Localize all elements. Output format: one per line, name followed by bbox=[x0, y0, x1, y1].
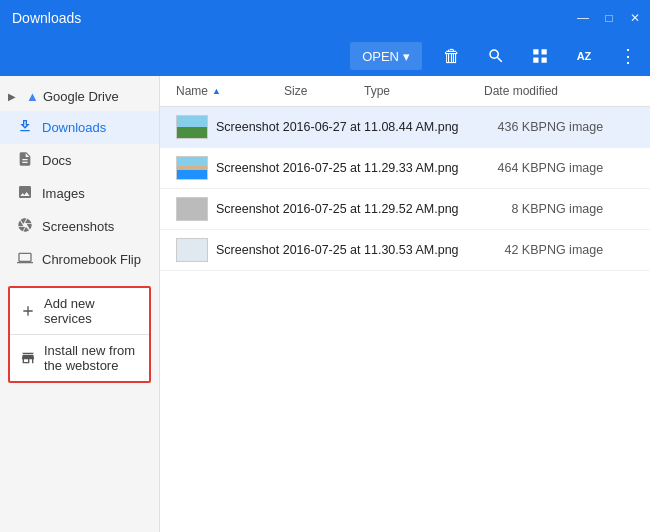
table-row[interactable]: Screenshot 2016-07-25 at 11.29.33 AM.png… bbox=[160, 148, 650, 189]
file-type: PNG image bbox=[539, 120, 650, 134]
table-row[interactable]: Screenshot 2016-07-25 at 11.30.53 AM.png… bbox=[160, 230, 650, 271]
sidebar-item-downloads[interactable]: Downloads bbox=[0, 111, 159, 144]
file-name: Screenshot 2016-07-25 at 11.29.33 AM.png bbox=[216, 161, 459, 175]
file-size: 42 KB bbox=[459, 243, 539, 257]
close-button[interactable]: ✕ bbox=[628, 11, 642, 25]
file-list: Screenshot 2016-06-27 at 11.08.44 AM.png… bbox=[160, 107, 650, 532]
header-size[interactable]: Size bbox=[284, 84, 364, 98]
file-table-header: Name ▲ Size Type Date modified bbox=[160, 76, 650, 107]
sidebar-item-google-drive[interactable]: ▶ ▲ Google Drive bbox=[0, 82, 159, 111]
file-name-cell: Screenshot 2016-07-25 at 11.29.52 AM.png bbox=[176, 197, 459, 221]
delete-button[interactable]: 🗑 bbox=[438, 42, 466, 70]
header-type[interactable]: Type bbox=[364, 84, 484, 98]
sidebar-item-label: Screenshots bbox=[42, 219, 114, 234]
webstore-icon bbox=[20, 350, 36, 366]
file-thumbnail bbox=[176, 238, 208, 262]
file-type: PNG image bbox=[539, 161, 650, 175]
search-button[interactable] bbox=[482, 42, 510, 70]
file-name-cell: Screenshot 2016-06-27 at 11.08.44 AM.png bbox=[176, 115, 459, 139]
sidebar-nav: ▶ ▲ Google Drive Downloads bbox=[0, 80, 159, 278]
header-date[interactable]: Date modified bbox=[484, 84, 634, 98]
maximize-button[interactable]: □ bbox=[602, 11, 616, 25]
grid-view-button[interactable] bbox=[526, 42, 554, 70]
sidebar: ▶ ▲ Google Drive Downloads bbox=[0, 76, 160, 532]
chevron-icon: ▶ bbox=[8, 91, 22, 102]
file-size: 8 KB bbox=[459, 202, 539, 216]
sidebar-item-label: Google Drive bbox=[43, 89, 119, 104]
titlebar: Downloads — □ ✕ bbox=[0, 0, 650, 36]
chromebook-icon bbox=[16, 250, 34, 269]
more-button[interactable]: ⋮ bbox=[614, 42, 642, 70]
file-name: Screenshot 2016-07-25 at 11.29.52 AM.png bbox=[216, 202, 459, 216]
images-icon bbox=[16, 184, 34, 203]
file-name: Screenshot 2016-07-25 at 11.30.53 AM.png bbox=[216, 243, 459, 257]
file-size: 464 KB bbox=[459, 161, 539, 175]
file-thumbnail bbox=[176, 197, 208, 221]
sidebar-item-docs[interactable]: Docs bbox=[0, 144, 159, 177]
minimize-button[interactable]: — bbox=[576, 11, 590, 25]
open-arrow: ▾ bbox=[403, 49, 410, 64]
file-name-cell: Screenshot 2016-07-25 at 11.29.33 AM.png bbox=[176, 156, 459, 180]
file-name-cell: Screenshot 2016-07-25 at 11.30.53 AM.png bbox=[176, 238, 459, 262]
google-drive-icon: ▲ bbox=[26, 89, 39, 104]
screenshots-icon bbox=[16, 217, 34, 236]
open-button[interactable]: OPEN ▾ bbox=[350, 42, 422, 70]
sort-arrow-icon: ▲ bbox=[212, 86, 221, 96]
window-controls: — □ ✕ bbox=[576, 11, 642, 25]
add-services-icon bbox=[20, 303, 36, 319]
install-webstore-label: Install new from the webstore bbox=[44, 343, 139, 373]
file-size: 436 KB bbox=[459, 120, 539, 134]
sidebar-item-images[interactable]: Images bbox=[0, 177, 159, 210]
sidebar-item-label: Images bbox=[42, 186, 85, 201]
sidebar-item-chromebook-flip[interactable]: Chromebook Flip bbox=[0, 243, 159, 276]
sidebar-item-label: Downloads bbox=[42, 120, 106, 135]
sidebar-item-screenshots[interactable]: Screenshots bbox=[0, 210, 159, 243]
file-type: PNG image bbox=[539, 202, 650, 216]
header-name[interactable]: Name ▲ bbox=[176, 84, 284, 98]
file-thumbnail bbox=[176, 156, 208, 180]
add-services-label: Add new services bbox=[44, 296, 139, 326]
file-manager-window: Downloads — □ ✕ OPEN ▾ 🗑 AZ ⋮ bbox=[0, 0, 650, 532]
main-area: ▶ ▲ Google Drive Downloads bbox=[0, 76, 650, 532]
file-thumbnail bbox=[176, 115, 208, 139]
file-name: Screenshot 2016-06-27 at 11.08.44 AM.png bbox=[216, 120, 459, 134]
file-type: PNG image bbox=[539, 243, 650, 257]
docs-icon bbox=[16, 151, 34, 170]
services-section: Add new services Install new from the we… bbox=[8, 286, 151, 383]
toolbar: OPEN ▾ 🗑 AZ ⋮ bbox=[0, 36, 650, 76]
table-row[interactable]: Screenshot 2016-06-27 at 11.08.44 AM.png… bbox=[160, 107, 650, 148]
file-area: Name ▲ Size Type Date modified bbox=[160, 76, 650, 532]
downloads-icon bbox=[16, 118, 34, 137]
table-row[interactable]: Screenshot 2016-07-25 at 11.29.52 AM.png… bbox=[160, 189, 650, 230]
sidebar-item-label: Docs bbox=[42, 153, 72, 168]
install-webstore-item[interactable]: Install new from the webstore bbox=[10, 335, 149, 381]
open-label: OPEN bbox=[362, 49, 399, 64]
window-title: Downloads bbox=[8, 10, 81, 26]
add-services-item[interactable]: Add new services bbox=[10, 288, 149, 335]
sort-button[interactable]: AZ bbox=[570, 42, 598, 70]
sidebar-item-label: Chromebook Flip bbox=[42, 252, 141, 267]
